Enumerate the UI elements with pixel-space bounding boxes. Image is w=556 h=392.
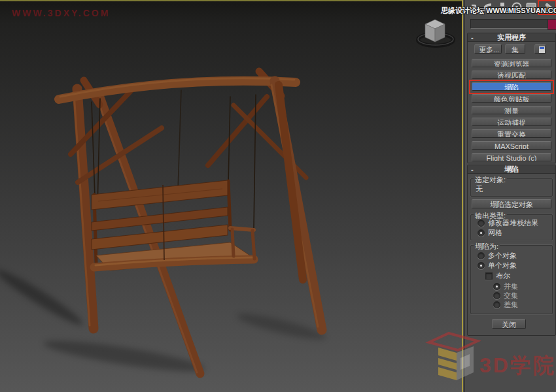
radio-icon[interactable] [493, 301, 500, 308]
radio-union[interactable]: 并集 [493, 283, 518, 290]
watermark-missyuan: 思缘设计论坛 WWW.MISSYUAN.COM [441, 6, 556, 16]
rollout-title: 实用程序 [497, 33, 526, 41]
group-label: 塌陷为: [474, 242, 500, 252]
radio-icon[interactable] [478, 220, 485, 227]
collapse-rollout: - 塌陷 选定对象: 无 塌陷选定对象 输出类型: 修改器堆栈结果 网格 [467, 165, 556, 336]
configure-button-sets-icon[interactable] [534, 44, 546, 54]
checkbox-icon[interactable] [485, 272, 493, 280]
radio-subtraction[interactable]: 差集 [493, 301, 518, 308]
object-name-field[interactable] [470, 19, 548, 29]
radio-icon[interactable] [478, 252, 485, 259]
viewport-3d-scene [0, 0, 463, 392]
utility-motion-capture[interactable]: 运动捕捉 [472, 118, 551, 126]
viewport-border-top [0, 0, 463, 1]
annotation-box-collapse-button [469, 80, 554, 94]
utility-perspective-match[interactable]: 透视匹配 [472, 71, 551, 79]
radio-icon[interactable] [478, 229, 485, 237]
utility-asset-browser[interactable]: 资源浏览器 [472, 59, 551, 67]
3dsmax-window: WWW.3DXY.COM 思缘设计论坛 WWW.MISSYUAN.COM 3D学… [0, 0, 556, 392]
radio-mesh[interactable]: 网格 [478, 229, 502, 237]
utility-reset-xform[interactable]: 重置交换 [472, 129, 551, 138]
3d-academy-logo-icon [425, 332, 481, 385]
selected-object-value: 无 [476, 184, 483, 194]
utilities-rollout-header[interactable]: - 实用程序 [468, 33, 555, 42]
collapse-to-group: 塌陷为: 多个对象 单个对象 布尔 并集 [470, 245, 553, 314]
watermark-3dxy: WWW.3DXY.COM [12, 8, 143, 18]
radio-icon[interactable] [493, 283, 500, 290]
utility-flight-studio[interactable]: Flight Studio (c) [472, 153, 551, 161]
rollout-title: 塌陷 [504, 165, 519, 173]
sets-button[interactable]: 集 [505, 44, 525, 54]
radio-multiple-objects[interactable]: 多个对象 [478, 252, 517, 259]
utility-measure[interactable]: 测量 [472, 106, 551, 114]
watermark-3d-academy: 3D学院 [479, 351, 556, 380]
collapse-rollout-header[interactable]: - 塌陷 [468, 165, 555, 174]
rollout-collapse-icon: - [471, 33, 474, 41]
radio-modifier-stack-result[interactable]: 修改器堆栈结果 [478, 220, 538, 227]
checkbox-boolean[interactable]: 布尔 [485, 272, 510, 280]
radio-icon[interactable] [493, 292, 500, 299]
radio-icon[interactable] [478, 262, 485, 269]
utility-maxscript[interactable]: MAXScript [472, 141, 551, 150]
rollout-collapse-icon: - [471, 165, 474, 173]
utilities-rollout: - 实用程序 更多... 集 资源浏览器 透视匹配 塌陷 颜色剪贴板 测量 运动… [467, 33, 556, 163]
object-color-swatch[interactable] [547, 19, 556, 30]
radio-single-object[interactable]: 单个对象 [478, 262, 517, 269]
selected-object-group: 选定对象: 无 [470, 178, 553, 197]
utility-color-clipboard[interactable]: 颜色剪贴板 [472, 94, 551, 103]
viewport[interactable] [0, 0, 463, 392]
group-label: 选定对象: [474, 175, 507, 185]
close-button[interactable]: 关闭 [492, 319, 526, 329]
radio-intersection[interactable]: 交集 [493, 292, 518, 299]
collapse-selected-button[interactable]: 塌陷选定对象 [472, 199, 551, 208]
more-button[interactable]: 更多... [474, 44, 502, 54]
output-type-group: 输出类型: 修改器堆栈结果 网格 [470, 214, 553, 240]
